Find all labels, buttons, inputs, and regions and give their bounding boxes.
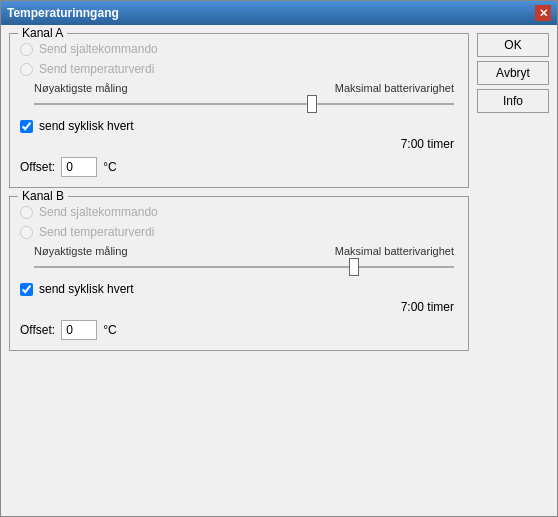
main-window: Temperaturinngang ✕ Kanal A Send sjaltek… [0,0,558,517]
kanal-a-checkbox-label: send syklisk hvert [39,119,134,133]
title-bar: Temperaturinngang ✕ [1,1,557,25]
kanal-a-sjalte-row: Send sjaltekommando [20,42,458,56]
kanal-a-offset-input[interactable] [61,157,97,177]
main-content: Kanal A Send sjaltekommando Send tempera… [9,33,469,508]
kanal-b-group: Kanal B Send sjaltekommando Send tempera… [9,196,469,351]
window-body: Kanal A Send sjaltekommando Send tempera… [1,25,557,516]
kanal-b-temp-label: Send temperaturverdi [39,225,154,239]
kanal-b-slider-left-label: Nøyaktigste måling [34,245,128,258]
kanal-a-temp-label: Send temperaturverdi [39,62,154,76]
kanal-b-sjalte-radio[interactable] [20,206,33,219]
kanal-a-slider-thumb[interactable] [307,95,317,113]
kanal-a-group: Kanal A Send sjaltekommando Send tempera… [9,33,469,188]
kanal-a-slider-labels: Nøyaktigste måling Maksimal batterivarig… [30,82,458,95]
kanal-a-sjalte-radio[interactable] [20,43,33,56]
kanal-b-title: Kanal B [18,189,68,203]
kanal-b-slider-thumb[interactable] [349,258,359,276]
kanal-a-temp-row: Send temperaturverdi [20,62,458,76]
kanal-a-slider-section: Nøyaktigste måling Maksimal batterivarig… [30,82,458,111]
kanal-b-checkbox[interactable] [20,283,33,296]
kanal-a-slider-track[interactable] [34,97,454,111]
kanal-b-slider-labels: Nøyaktigste måling Maksimal batterivarig… [30,245,458,258]
kanal-b-offset-row: Offset: °C [20,320,458,340]
kanal-b-temp-radio[interactable] [20,226,33,239]
kanal-a-offset-label: Offset: [20,160,55,174]
kanal-a-sjalte-label: Send sjaltekommando [39,42,158,56]
kanal-b-offset-unit: °C [103,323,116,337]
close-button[interactable]: ✕ [535,5,551,21]
kanal-b-checkbox-row: send syklisk hvert [20,282,458,296]
sidebar-buttons: OK Avbryt Info [477,33,549,508]
kanal-b-checkbox-label: send syklisk hvert [39,282,134,296]
ok-button[interactable]: OK [477,33,549,57]
window-title: Temperaturinngang [7,6,119,20]
kanal-b-temp-row: Send temperaturverdi [20,225,458,239]
kanal-b-offset-label: Offset: [20,323,55,337]
kanal-a-checkbox[interactable] [20,120,33,133]
kanal-a-temp-radio[interactable] [20,63,33,76]
kanal-a-title: Kanal A [18,26,67,40]
kanal-b-slider-right-label: Maksimal batterivarighet [335,245,454,258]
kanal-a-time: 7:00 timer [20,137,454,151]
kanal-b-slider-section: Nøyaktigste måling Maksimal batterivarig… [30,245,458,274]
kanal-a-checkbox-row: send syklisk hvert [20,119,458,133]
info-button[interactable]: Info [477,89,549,113]
cancel-button[interactable]: Avbryt [477,61,549,85]
kanal-a-slider-line [34,103,454,105]
kanal-a-offset-row: Offset: °C [20,157,458,177]
kanal-a-slider-left-label: Nøyaktigste måling [34,82,128,95]
kanal-a-offset-unit: °C [103,160,116,174]
kanal-b-time: 7:00 timer [20,300,454,314]
kanal-b-sjalte-label: Send sjaltekommando [39,205,158,219]
kanal-b-slider-line [34,266,454,268]
kanal-a-slider-right-label: Maksimal batterivarighet [335,82,454,95]
kanal-b-sjalte-row: Send sjaltekommando [20,205,458,219]
kanal-b-slider-track[interactable] [34,260,454,274]
kanal-b-offset-input[interactable] [61,320,97,340]
